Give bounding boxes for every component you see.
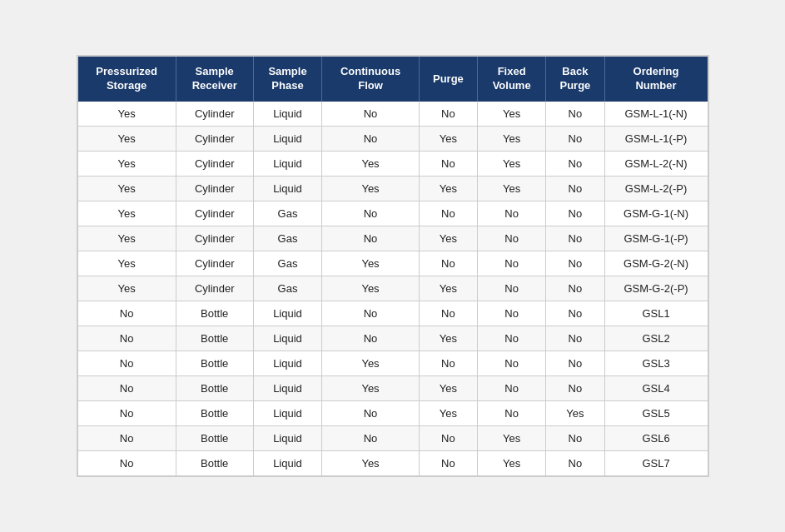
table-cell-r9-c1: Bottle bbox=[176, 326, 253, 351]
table-row: YesCylinderLiquidYesNoYesNoGSM-L-2(-N) bbox=[78, 151, 708, 176]
table-cell-r2-c6: No bbox=[546, 151, 604, 176]
table-cell-r4-c4: No bbox=[419, 201, 477, 226]
table-cell-r3-c1: Cylinder bbox=[176, 176, 253, 201]
table-cell-r8-c1: Bottle bbox=[176, 301, 253, 326]
table-cell-r4-c0: Yes bbox=[78, 201, 176, 226]
table-row: YesCylinderGasNoYesNoNoGSM-G-1(-P) bbox=[78, 226, 708, 251]
table-cell-r6-c7: GSM-G-2(-N) bbox=[604, 251, 707, 276]
table-cell-r1-c3: No bbox=[322, 126, 419, 151]
table-row: NoBottleLiquidYesNoYesNoGSL7 bbox=[78, 450, 708, 475]
table-cell-r8-c0: No bbox=[78, 301, 176, 326]
table-row: NoBottleLiquidNoYesNoNoGSL2 bbox=[78, 326, 708, 351]
table-cell-r10-c5: No bbox=[478, 351, 546, 375]
table-cell-r10-c6: No bbox=[546, 351, 604, 375]
table-cell-r9-c0: No bbox=[78, 326, 176, 351]
column-header-4: Purge bbox=[419, 57, 477, 102]
table-cell-r2-c4: No bbox=[419, 151, 477, 176]
table-cell-r12-c3: No bbox=[322, 400, 419, 425]
table-cell-r8-c6: No bbox=[546, 301, 604, 326]
table-cell-r6-c0: Yes bbox=[78, 251, 176, 276]
table-cell-r0-c1: Cylinder bbox=[176, 102, 253, 127]
table-cell-r2-c2: Liquid bbox=[253, 151, 322, 176]
table-cell-r4-c1: Cylinder bbox=[176, 201, 253, 226]
table-cell-r1-c4: Yes bbox=[419, 126, 477, 151]
table-row: YesCylinderLiquidNoNoYesNoGSM-L-1(-N) bbox=[78, 102, 708, 127]
column-header-2: SamplePhase bbox=[253, 57, 322, 102]
table-cell-r2-c7: GSM-L-2(-N) bbox=[604, 151, 707, 176]
table-cell-r12-c0: No bbox=[78, 400, 176, 425]
column-header-6: BackPurge bbox=[546, 57, 604, 102]
table-cell-r10-c2: Liquid bbox=[253, 351, 322, 375]
table-row: NoBottleLiquidNoYesNoYesGSL5 bbox=[78, 400, 708, 425]
table-cell-r7-c1: Cylinder bbox=[176, 276, 253, 301]
main-table-container: PressurizedStorageSampleReceiverSamplePh… bbox=[77, 55, 709, 477]
table-cell-r8-c7: GSL1 bbox=[604, 301, 707, 326]
table-cell-r14-c2: Liquid bbox=[253, 450, 322, 475]
table-row: NoBottleLiquidNoNoYesNoGSL6 bbox=[78, 425, 708, 450]
table-cell-r0-c3: No bbox=[322, 102, 419, 127]
table-cell-r3-c2: Liquid bbox=[253, 176, 322, 201]
table-cell-r11-c7: GSL4 bbox=[604, 375, 707, 400]
table-cell-r13-c0: No bbox=[78, 425, 176, 450]
table-cell-r5-c5: No bbox=[478, 226, 546, 251]
table-header-row: PressurizedStorageSampleReceiverSamplePh… bbox=[78, 57, 708, 102]
table-cell-r9-c4: Yes bbox=[419, 326, 477, 351]
table-cell-r4-c2: Gas bbox=[253, 201, 322, 226]
table-cell-r13-c7: GSL6 bbox=[604, 425, 707, 450]
column-header-3: ContinuousFlow bbox=[322, 57, 419, 102]
table-cell-r13-c5: Yes bbox=[478, 425, 546, 450]
table-cell-r7-c4: Yes bbox=[419, 276, 477, 301]
table-cell-r6-c3: Yes bbox=[322, 251, 419, 276]
table-cell-r8-c5: No bbox=[478, 301, 546, 326]
table-row: YesCylinderLiquidYesYesYesNoGSM-L-2(-P) bbox=[78, 176, 708, 201]
table-cell-r12-c1: Bottle bbox=[176, 400, 253, 425]
table-cell-r10-c4: No bbox=[419, 351, 477, 375]
table-cell-r10-c0: No bbox=[78, 351, 176, 375]
table-cell-r4-c7: GSM-G-1(-N) bbox=[604, 201, 707, 226]
table-cell-r3-c5: Yes bbox=[478, 176, 546, 201]
table-cell-r11-c5: No bbox=[478, 375, 546, 400]
table-cell-r12-c7: GSL5 bbox=[604, 400, 707, 425]
table-cell-r11-c4: Yes bbox=[419, 375, 477, 400]
table-cell-r6-c4: No bbox=[419, 251, 477, 276]
table-cell-r12-c2: Liquid bbox=[253, 400, 322, 425]
table-cell-r12-c5: No bbox=[478, 400, 546, 425]
table-cell-r2-c5: Yes bbox=[478, 151, 546, 176]
table-cell-r5-c3: No bbox=[322, 226, 419, 251]
table-cell-r13-c2: Liquid bbox=[253, 425, 322, 450]
table-cell-r13-c6: No bbox=[546, 425, 604, 450]
table-cell-r5-c0: Yes bbox=[78, 226, 176, 251]
table-cell-r12-c4: Yes bbox=[419, 400, 477, 425]
table-cell-r14-c4: No bbox=[419, 450, 477, 475]
table-cell-r14-c0: No bbox=[78, 450, 176, 475]
table-cell-r7-c2: Gas bbox=[253, 276, 322, 301]
table-cell-r13-c1: Bottle bbox=[176, 425, 253, 450]
table-cell-r13-c3: No bbox=[322, 425, 419, 450]
table-cell-r6-c2: Gas bbox=[253, 251, 322, 276]
table-cell-r9-c7: GSL2 bbox=[604, 326, 707, 351]
table-cell-r14-c7: GSL7 bbox=[604, 450, 707, 475]
table-row: YesCylinderLiquidNoYesYesNoGSM-L-1(-P) bbox=[78, 126, 708, 151]
table-cell-r4-c5: No bbox=[478, 201, 546, 226]
table-cell-r1-c6: No bbox=[546, 126, 604, 151]
table-cell-r5-c2: Gas bbox=[253, 226, 322, 251]
table-cell-r11-c0: No bbox=[78, 375, 176, 400]
table-cell-r1-c5: Yes bbox=[478, 126, 546, 151]
column-header-1: SampleReceiver bbox=[176, 57, 253, 102]
table-cell-r9-c3: No bbox=[322, 326, 419, 351]
table-cell-r4-c6: No bbox=[546, 201, 604, 226]
table-cell-r1-c7: GSM-L-1(-P) bbox=[604, 126, 707, 151]
table-cell-r0-c4: No bbox=[419, 102, 477, 127]
table-cell-r9-c6: No bbox=[546, 326, 604, 351]
table-cell-r11-c2: Liquid bbox=[253, 375, 322, 400]
table-cell-r0-c0: Yes bbox=[78, 102, 176, 127]
table-cell-r10-c1: Bottle bbox=[176, 351, 253, 375]
table-cell-r7-c3: Yes bbox=[322, 276, 419, 301]
table-row: YesCylinderGasYesYesNoNoGSM-G-2(-P) bbox=[78, 276, 708, 301]
table-row: NoBottleLiquidYesNoNoNoGSL3 bbox=[78, 351, 708, 375]
table-cell-r5-c1: Cylinder bbox=[176, 226, 253, 251]
table-cell-r8-c3: No bbox=[322, 301, 419, 326]
table-cell-r1-c0: Yes bbox=[78, 126, 176, 151]
table-cell-r14-c5: Yes bbox=[478, 450, 546, 475]
table-row: YesCylinderGasYesNoNoNoGSM-G-2(-N) bbox=[78, 251, 708, 276]
